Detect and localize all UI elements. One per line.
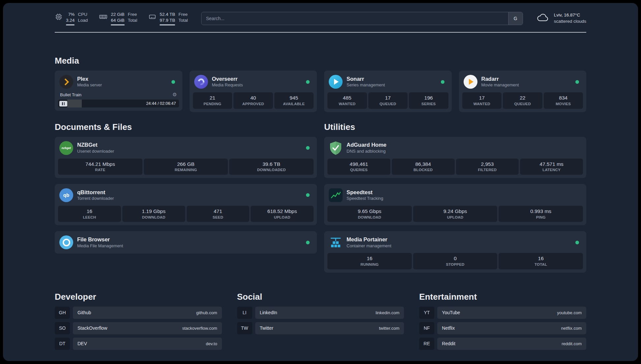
sonarr-link[interactable]: Sonarr Series management [327,74,448,92]
stat-block: 17 QUEUED [368,92,408,108]
app-name: Media Portainer [347,236,391,243]
playback-time: 24:44 / 02:06:47 [146,101,176,106]
weather-condition: scattered clouds [554,18,586,25]
weather-location: Lviv, 16.87°C [554,12,586,18]
stat-value: 16 [500,255,582,262]
app-desc: Movie management [481,82,519,88]
bookmark-url: github.com [196,310,217,315]
stat-value: 39.6 TB [230,161,312,168]
search-input[interactable] [201,12,508,25]
stat-value: 16 [59,208,120,215]
bookmark-reddit[interactable]: RE Reddit reddit.com [419,338,586,350]
bookmark-abbr: GH [55,307,70,319]
section-title-documents: Documents & Files [55,122,317,132]
stat-label: DOWNLOAD [124,215,184,220]
adguard-link[interactable]: AdGuard Home DNS and adblocking [327,140,583,158]
status-dot [441,80,444,84]
stat-block: 196 SERIES [409,92,448,108]
bookmark-dev[interactable]: DT DEV dev.to [55,338,222,350]
stat-value: 9.24 Gbps [414,208,496,215]
stat-value: 17 [464,95,501,102]
dashboard-panel: 7% 3.24 CPU Load [3,3,638,361]
stat-label: MOVIES [545,102,582,107]
progress-track[interactable] [67,100,143,107]
bookmark-netflix[interactable]: NF Netflix netflix.com [419,322,586,334]
pause-button[interactable] [59,101,67,106]
stat-value: 40 [235,95,272,102]
disk-free: 52.4 TB [160,12,175,17]
stat-value: 266 GB [145,161,227,168]
stat-label: TOTAL [500,262,582,267]
card-filebrowser: File Browser Media File Management [55,231,317,254]
cpu-icon [55,13,63,21]
stat-block: 485 WANTED [327,92,367,108]
bookmark-stackoverflow[interactable]: SO StackOverflow stackoverflow.com [55,322,222,334]
bookmark-abbr: YT [419,307,434,319]
gear-icon[interactable]: ⚙ [172,92,177,98]
stat-block: 16 RUNNING [327,253,412,269]
memory-usage-bar [111,24,124,25]
memory-free: 22 GiB [111,12,124,17]
bookmark-url: twitter.com [379,326,399,331]
bookmark-name: LinkedIn [260,310,277,315]
app-desc: Media Requests [212,82,243,88]
progress-fill [67,100,82,107]
speedtest-link[interactable]: Speedtest Speedtest Tracking [327,187,583,205]
app-name: Sonarr [347,76,385,82]
bookmark-github[interactable]: GH Github github.com [55,307,222,319]
adguard-shield-icon [329,141,343,155]
app-name: Overseerr [212,76,243,82]
status-dot [306,193,310,197]
stat-value: 834 [545,95,582,102]
bookmark-name: Github [77,310,91,315]
now-playing-row: Bullet Train ⚙ [58,92,179,100]
stat-value: 744.21 Mbps [59,161,141,168]
stat-value: 471 [188,208,248,215]
memory-labels: Free Total [128,12,137,23]
nzbget-link[interactable]: nzbget NZBGet Usenet downloader [58,140,314,158]
stat-block: 744.21 Mbps RATE [58,159,142,175]
card-adguard: AdGuard Home DNS and adblocking 498,461 … [324,137,586,178]
stat-block: 498,461 QUERIES [327,159,390,175]
weather-text: Lviv, 16.87°C scattered clouds [554,12,586,25]
playback-bar: 24:44 / 02:06:47 [58,100,179,107]
bookmark-youtube[interactable]: YT YouTube youtube.com [419,307,586,319]
nzbget-icon: nzbget [59,141,73,155]
stat-block: 945 AVAILABLE [274,92,314,108]
search-provider-button[interactable]: G [508,12,523,25]
stat-block: 21 PENDING [193,92,232,108]
disk-usage-bar [160,24,175,25]
portainer-link[interactable]: Media Portainer Container management [327,234,583,252]
disk-widget: 52.4 TB 97.9 TB Free Total [148,12,188,25]
bookmark-twitter[interactable]: TW Twitter twitter.com [237,322,404,334]
stat-value: 1.19 Gbps [124,208,184,215]
stat-value: 16 [329,255,411,262]
app-desc: Speedtest Tracking [347,196,383,201]
status-dot [575,241,579,244]
stat-value: 196 [410,95,447,102]
bookmark-linkedin[interactable]: LI LinkedIn linkedin.com [237,307,404,319]
radarr-link[interactable]: Radarr Movie management [462,74,583,92]
stat-block: 22 QUEUED [503,92,542,108]
plex-link[interactable]: Plex Media server [58,74,179,92]
stat-block: 266 GB REMAINING [144,159,228,175]
stat-block: 39.6 TB DOWNLOADED [229,159,314,175]
bookmark-abbr: SO [55,322,70,334]
filebrowser-link[interactable]: File Browser Media File Management [58,234,314,250]
stat-block: 9.24 Gbps UPLOAD [413,206,498,222]
stat-label: QUERIES [329,167,389,173]
bookmarks-entertainment: Entertainment YT YouTube youtube.com NF … [419,292,586,350]
qbittorrent-link[interactable]: qb qBittorrent Torrent downloader [58,187,314,205]
bookmark-url: stackoverflow.com [182,326,217,331]
cpu-labels: CPU Load [78,12,88,23]
stat-label: RATE [59,167,141,173]
stat-value: 485 [329,95,366,102]
app-desc: Usenet downloader [77,149,114,154]
card-qbittorrent: qb qBittorrent Torrent downloader 16 LEE… [55,184,317,225]
stat-value: 17 [370,95,407,102]
overseerr-link[interactable]: Overseerr Media Requests [193,74,314,92]
stat-value: 22 [504,95,541,102]
app-name: Speedtest [347,189,383,196]
bookmark-name: DEV [77,341,87,346]
stat-block: 0 STOPPED [413,253,498,269]
